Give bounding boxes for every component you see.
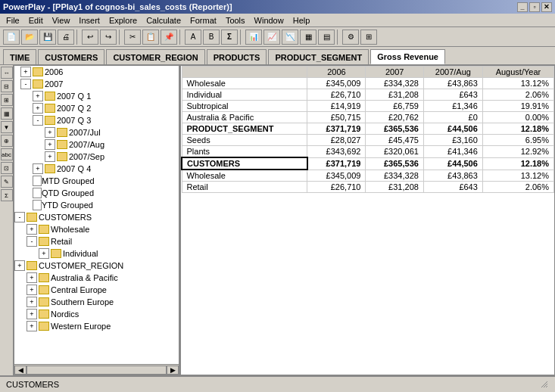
cut-button[interactable]: ✂ bbox=[124, 30, 141, 45]
table-row[interactable]: Subtropical£14,919£6,759£1,34619.91% bbox=[182, 101, 554, 112]
close-button[interactable]: ✕ bbox=[541, 2, 552, 12]
table-row[interactable]: Plants£343,692£320,061£41,34612.92% bbox=[182, 146, 554, 158]
menu-calculate[interactable]: Calculate bbox=[143, 15, 184, 26]
left-icon-2[interactable]: ⊟ bbox=[1, 80, 13, 92]
restore-button[interactable]: ▫ bbox=[529, 2, 540, 12]
left-icon-7[interactable]: abc bbox=[1, 148, 13, 160]
save-button[interactable]: 💾 bbox=[39, 30, 56, 45]
left-icon-4[interactable]: ▦ bbox=[1, 107, 13, 120]
tab-gross-revenue[interactable]: Gross Revenue bbox=[370, 49, 445, 64]
menu-insert[interactable]: Insert bbox=[76, 15, 103, 26]
tree-expand-btn[interactable]: - bbox=[20, 79, 31, 89]
left-icon-6[interactable]: ⊕ bbox=[1, 135, 13, 147]
tree-expand-btn[interactable]: + bbox=[27, 272, 37, 283]
toolbar-btn-a[interactable]: A bbox=[185, 30, 201, 45]
table-row[interactable]: Wholesale£345,009£334,328£43,86313.12% bbox=[182, 78, 554, 89]
left-icon-5[interactable]: ▼ bbox=[1, 121, 13, 133]
tree-expand-btn[interactable]: + bbox=[27, 309, 37, 319]
left-icon-3[interactable]: ⊞ bbox=[1, 94, 13, 106]
tree-item[interactable]: MTD Grouped bbox=[14, 175, 179, 187]
tree-item[interactable]: +2007 Q 4 bbox=[14, 163, 179, 175]
table-row[interactable]: PRODUCT_SEGMENT£371,719£365,536£44,50612… bbox=[182, 123, 554, 135]
tree-item[interactable]: -2007 bbox=[14, 78, 179, 90]
tree-scroll[interactable]: +2006-2007+2007 Q 1+2007 Q 2-2007 Q 3+20… bbox=[14, 66, 179, 364]
undo-button[interactable]: ↩ bbox=[82, 30, 98, 45]
tree-expand-btn[interactable]: + bbox=[27, 297, 37, 307]
chart-btn-5[interactable]: ▤ bbox=[318, 30, 335, 45]
tree-expand-btn[interactable]: - bbox=[14, 212, 25, 222]
tree-item[interactable]: QTD Grouped bbox=[14, 187, 179, 199]
redo-button[interactable]: ↪ bbox=[100, 30, 117, 45]
window-controls[interactable]: _ ▫ ✕ bbox=[517, 2, 552, 12]
tab-products[interactable]: PRODUCTS bbox=[207, 49, 267, 64]
tree-item[interactable]: +Wholesale bbox=[14, 223, 179, 235]
tree-item[interactable]: -CUSTOMERS bbox=[14, 211, 179, 223]
tree-expand-btn[interactable]: + bbox=[27, 321, 37, 331]
tree-item[interactable]: +2007/Jul bbox=[14, 126, 179, 138]
tree-item[interactable]: -2007 Q 3 bbox=[14, 114, 179, 126]
table-row[interactable]: CUSTOMERS£371,719£365,536£44,50612.18% bbox=[182, 157, 554, 170]
tree-item[interactable]: +2007/Sep bbox=[14, 151, 179, 163]
copy-button[interactable]: 📋 bbox=[142, 30, 159, 45]
tab-customer-region[interactable]: CUSTOMER_REGION bbox=[106, 49, 204, 64]
chart-btn-1[interactable]: 📊 bbox=[245, 30, 262, 45]
hscrollbar[interactable] bbox=[27, 366, 167, 375]
tree-expand-btn[interactable]: + bbox=[39, 248, 49, 259]
left-icon-1[interactable]: ↔ bbox=[1, 67, 13, 79]
menu-file[interactable]: File bbox=[3, 15, 23, 26]
tree-item[interactable]: +Australia & Pacific bbox=[14, 272, 179, 284]
toolbar-btn-b[interactable]: B bbox=[203, 30, 220, 45]
tree-expand-btn[interactable]: + bbox=[33, 163, 43, 174]
table-row[interactable]: Seeds£28,027£45,475£3,1606.95% bbox=[182, 135, 554, 146]
chart-btn-4[interactable]: ▦ bbox=[300, 30, 316, 45]
tree-expand-btn[interactable]: - bbox=[27, 236, 37, 247]
grid-btn[interactable]: ⊞ bbox=[360, 30, 377, 45]
menu-format[interactable]: Format bbox=[187, 15, 220, 26]
new-button[interactable]: 📄 bbox=[3, 30, 20, 45]
table-row[interactable]: Retail£26,710£31,208£6432.06% bbox=[182, 182, 554, 193]
tree-expand-btn[interactable]: - bbox=[33, 115, 43, 126]
tree-expand-btn[interactable]: + bbox=[20, 67, 31, 77]
tree-item[interactable]: YTD Grouped bbox=[14, 199, 179, 211]
chart-btn-3[interactable]: 📉 bbox=[282, 30, 298, 45]
tree-item[interactable]: -Retail bbox=[14, 235, 179, 247]
table-row[interactable]: Individual£26,710£31,208£6432.06% bbox=[182, 89, 554, 101]
tree-item[interactable]: +2007/Aug bbox=[14, 138, 179, 151]
open-button[interactable]: 📂 bbox=[21, 30, 38, 45]
left-icon-9[interactable]: ✎ bbox=[1, 176, 13, 188]
toolbar-btn-c[interactable]: Σ bbox=[221, 30, 238, 45]
scroll-right-btn[interactable]: ▶ bbox=[167, 366, 179, 375]
tree-item[interactable]: +Southern Europe bbox=[14, 296, 179, 308]
resize-grip[interactable] bbox=[540, 380, 549, 389]
tree-expand-btn[interactable]: + bbox=[14, 260, 25, 271]
tree-expand-btn[interactable]: + bbox=[33, 103, 43, 114]
tree-expand-btn[interactable]: + bbox=[45, 151, 55, 162]
table-row[interactable]: Australia & Pacific£50,715£20,762£00.00% bbox=[182, 112, 554, 123]
menu-window[interactable]: Window bbox=[251, 15, 287, 26]
tree-item[interactable]: +2007 Q 1 bbox=[14, 90, 179, 102]
left-icon-10[interactable]: Σ bbox=[1, 189, 13, 201]
table-row[interactable]: Wholesale£345,009£334,328£43,86313.12% bbox=[182, 170, 554, 182]
tree-expand-btn[interactable]: + bbox=[33, 91, 43, 101]
tree-expand-btn[interactable]: + bbox=[45, 127, 55, 138]
menu-tools[interactable]: Tools bbox=[223, 15, 248, 26]
right-panel[interactable]: 2006 2007 2007/Aug August/Year Wholesale… bbox=[180, 65, 555, 375]
print-button[interactable]: 🖨 bbox=[58, 30, 74, 45]
tab-product-segment[interactable]: PRODUCT_SEGMENT bbox=[268, 49, 369, 64]
tree-expand-btn[interactable]: + bbox=[27, 224, 37, 235]
tree-item[interactable]: +Nordics bbox=[14, 308, 179, 320]
tab-customers[interactable]: CUSTOMERS bbox=[38, 49, 104, 64]
tab-time[interactable]: TIME bbox=[3, 49, 36, 64]
paste-button[interactable]: 📌 bbox=[161, 30, 177, 45]
filter-btn[interactable]: ⚙ bbox=[342, 30, 359, 45]
tree-item[interactable]: +Western Europe bbox=[14, 320, 179, 332]
scroll-left-btn[interactable]: ◀ bbox=[14, 366, 27, 375]
tree-hscroll[interactable]: ◀ ▶ bbox=[14, 364, 179, 375]
tree-expand-btn[interactable]: + bbox=[45, 139, 55, 150]
tree-expand-btn[interactable]: + bbox=[27, 285, 37, 295]
menu-view[interactable]: View bbox=[49, 15, 73, 26]
menu-help[interactable]: Help bbox=[290, 15, 313, 26]
menu-explore[interactable]: Explore bbox=[106, 15, 140, 26]
minimize-button[interactable]: _ bbox=[517, 2, 528, 12]
chart-btn-2[interactable]: 📈 bbox=[263, 30, 280, 45]
